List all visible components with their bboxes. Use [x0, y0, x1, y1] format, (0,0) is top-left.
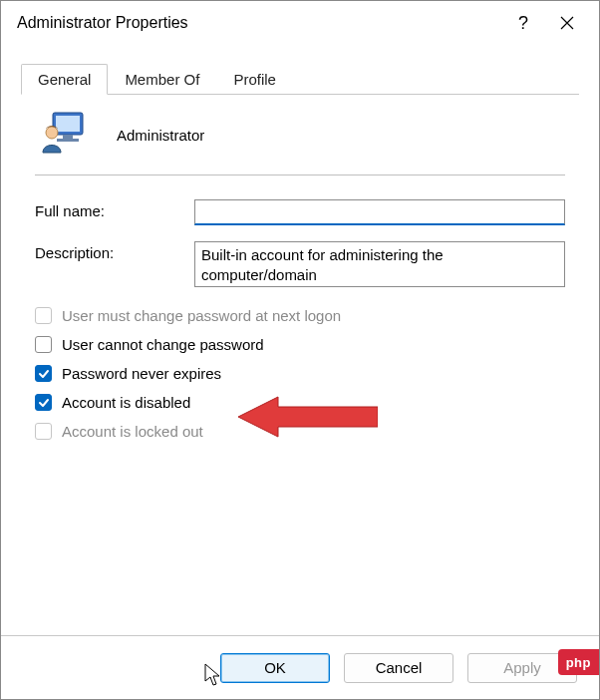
- checkbox-icon: [35, 394, 52, 411]
- checkbox-icon: [35, 423, 52, 440]
- watermark-badge: php: [558, 649, 599, 675]
- tab-strip: General Member Of Profile: [21, 63, 579, 95]
- check-account-disabled[interactable]: Account is disabled: [35, 394, 565, 411]
- ok-button[interactable]: OK: [220, 653, 330, 683]
- check-label: User cannot change password: [62, 336, 264, 353]
- cancel-button[interactable]: Cancel: [344, 653, 453, 683]
- checkbox-icon: [35, 365, 52, 382]
- svg-rect-1: [56, 116, 80, 132]
- svg-point-4: [46, 127, 58, 139]
- check-label: Password never expires: [62, 365, 221, 382]
- close-icon: [560, 16, 574, 30]
- check-label: User must change password at next logon: [62, 307, 341, 324]
- description-input[interactable]: Built-in account for administering the c…: [194, 241, 565, 287]
- options-group: User must change password at next logon …: [35, 307, 565, 440]
- tab-member-of[interactable]: Member Of: [108, 64, 216, 95]
- properties-dialog: Administrator Properties ? General Membe…: [0, 0, 600, 700]
- user-avatar-icon: [41, 111, 89, 159]
- full-name-label: Full name:: [35, 199, 194, 219]
- general-panel: Administrator Full name: Description: Bu…: [1, 95, 599, 635]
- check-cannot-change-password[interactable]: User cannot change password: [35, 336, 565, 353]
- check-password-never-expires[interactable]: Password never expires: [35, 365, 565, 382]
- description-label: Description:: [35, 241, 194, 261]
- check-account-locked-out: Account is locked out: [35, 423, 565, 440]
- help-button[interactable]: ?: [501, 1, 545, 45]
- close-button[interactable]: [545, 1, 589, 45]
- tab-profile[interactable]: Profile: [216, 64, 293, 95]
- tab-general[interactable]: General: [21, 64, 108, 95]
- check-label: Account is locked out: [62, 423, 203, 440]
- check-label: Account is disabled: [62, 394, 190, 411]
- full-name-input[interactable]: [194, 199, 565, 225]
- window-title: Administrator Properties: [17, 14, 501, 32]
- dialog-footer: OK Cancel Apply: [1, 635, 599, 699]
- account-display-name: Administrator: [117, 127, 204, 144]
- svg-rect-2: [63, 135, 73, 139]
- checkbox-icon: [35, 307, 52, 324]
- titlebar: Administrator Properties ?: [1, 1, 599, 45]
- identity-block: Administrator: [35, 109, 565, 175]
- checkbox-icon: [35, 336, 52, 353]
- check-must-change-password: User must change password at next logon: [35, 307, 565, 324]
- svg-rect-3: [57, 139, 79, 142]
- description-row: Description: Built-in account for admini…: [35, 241, 565, 287]
- full-name-row: Full name:: [35, 199, 565, 225]
